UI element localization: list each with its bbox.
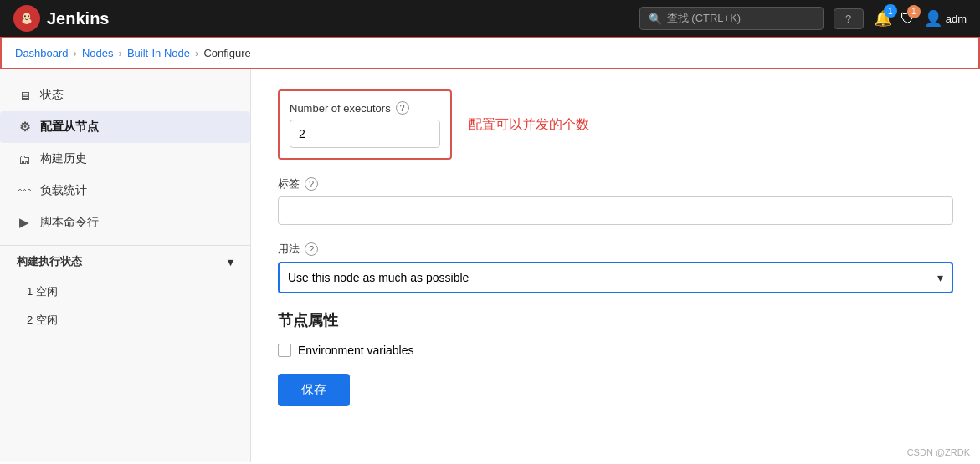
build-history-icon: 🗂 [17, 151, 32, 166]
tags-label-row: 标签 ? [278, 176, 953, 191]
breadcrumb-sep-3: › [195, 47, 198, 59]
shield-badge: 1 [907, 5, 921, 18]
sidebar: 🖥 状态 ⚙ 配置从节点 🗂 构建历史 〰 负载统计 ▶ 脚本命令行 构建执行状… [0, 69, 251, 462]
breadcrumb-sep-1: › [74, 47, 77, 59]
section-properties-title: 节点属性 [278, 310, 953, 330]
build-exec-label: 构建执行状态 [17, 254, 82, 269]
sidebar-sub-item-1: 1 空闲 [0, 278, 250, 306]
sidebar-item-configure[interactable]: ⚙ 配置从节点 [0, 111, 250, 143]
header: Jenkins 🔍 查找 (CTRL+K) ? 🔔 1 🛡 1 👤 adm [0, 0, 980, 37]
svg-point-3 [24, 15, 26, 17]
sidebar-item-status[interactable]: 🖥 状态 [0, 79, 250, 111]
tags-help-icon[interactable]: ? [305, 177, 318, 191]
svg-point-2 [23, 18, 32, 24]
sidebar-item-load-stats[interactable]: 〰 负载统计 [0, 175, 250, 207]
executor-label: Number of executors [290, 102, 391, 115]
build-exec-section[interactable]: 构建执行状态 ▾ [0, 245, 250, 278]
shield-badge-icon[interactable]: 🛡 1 [900, 10, 916, 28]
annotation-text: 配置可以并发的个数 [469, 116, 589, 134]
search-box[interactable]: 🔍 查找 (CTRL+K) [639, 7, 824, 30]
breadcrumb-dashboard[interactable]: Dashboard [15, 47, 69, 59]
configure-icon: ⚙ [17, 120, 32, 135]
env-vars-row: Environment variables [278, 344, 953, 357]
executor-row: Number of executors ? 配置可以并发的个数 [278, 89, 953, 160]
sidebar-label-load-stats: 负载统计 [40, 183, 87, 198]
env-vars-checkbox[interactable] [278, 344, 291, 357]
tags-group: 标签 ? [278, 176, 953, 225]
jenkins-icon [13, 5, 40, 32]
user-menu[interactable]: 👤 adm [924, 9, 967, 28]
script-icon: ▶ [17, 215, 32, 230]
usage-select[interactable]: Use this node as much as possible Only b… [278, 262, 953, 293]
load-stats-icon: 〰 [17, 183, 32, 198]
executor-help-icon[interactable]: ? [396, 101, 409, 115]
breadcrumb-nodes[interactable]: Nodes [82, 47, 114, 59]
usage-label-row: 用法 ? [278, 242, 953, 257]
breadcrumb-builtin-node[interactable]: Built-In Node [127, 47, 190, 59]
watermark: CSDN @ZRDK [907, 447, 970, 457]
sidebar-label-status: 状态 [40, 88, 64, 103]
bell-badge: 1 [884, 4, 897, 18]
user-label: adm [946, 13, 967, 25]
tags-label: 标签 [278, 176, 300, 191]
user-avatar-icon: 👤 [924, 9, 942, 28]
breadcrumb-configure: Configure [203, 47, 250, 59]
save-button[interactable]: 保存 [278, 374, 350, 406]
search-placeholder: 查找 (CTRL+K) [667, 11, 741, 26]
executor-box: Number of executors ? [278, 89, 452, 160]
sidebar-item-build-history[interactable]: 🗂 构建历史 [0, 143, 250, 175]
executor-input[interactable] [290, 120, 440, 148]
notification-bell[interactable]: 🔔 1 [874, 9, 892, 28]
usage-group: 用法 ? Use this node as much as possible O… [278, 242, 953, 293]
sidebar-item-script[interactable]: ▶ 脚本命令行 [0, 207, 250, 238]
executor-label-row: Number of executors ? [290, 101, 440, 115]
help-icon: ? [845, 13, 851, 25]
sidebar-label-configure: 配置从节点 [40, 120, 99, 135]
breadcrumb: Dashboard › Nodes › Built-In Node › Conf… [0, 37, 980, 69]
logo: Jenkins [13, 5, 109, 32]
chevron-down-icon: ▾ [228, 256, 233, 268]
usage-help-icon[interactable]: ? [305, 242, 318, 256]
app-title: Jenkins [47, 9, 109, 28]
env-vars-label: Environment variables [298, 344, 414, 357]
usage-select-wrapper: Use this node as much as possible Only b… [278, 262, 953, 293]
help-button[interactable]: ? [834, 8, 864, 29]
main-layout: 🖥 状态 ⚙ 配置从节点 🗂 构建历史 〰 负载统计 ▶ 脚本命令行 构建执行状… [0, 69, 980, 462]
sidebar-label-build-history: 构建历史 [40, 151, 87, 166]
sidebar-label-script: 脚本命令行 [40, 215, 99, 230]
header-icons: 🔔 1 🛡 1 👤 adm [874, 9, 967, 28]
tags-input[interactable] [278, 196, 953, 225]
sidebar-sub-item-2: 2 空闲 [0, 306, 250, 334]
usage-label: 用法 [278, 242, 300, 257]
search-icon: 🔍 [649, 13, 662, 25]
breadcrumb-sep-2: › [119, 47, 122, 59]
status-icon: 🖥 [17, 88, 32, 103]
main-content: Number of executors ? 配置可以并发的个数 标签 ? 用法 … [251, 69, 980, 462]
svg-point-4 [28, 15, 29, 17]
